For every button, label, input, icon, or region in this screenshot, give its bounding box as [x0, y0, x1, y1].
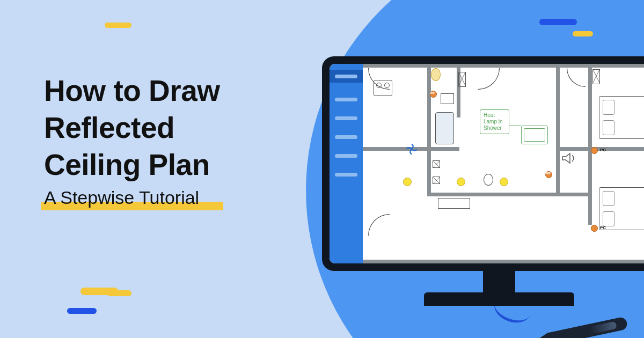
sidebar-item[interactable] [330, 70, 363, 83]
monitor-bezel: PC PC WP WP Heat Lamp in Shower [322, 56, 644, 271]
wp-label: WP [545, 172, 551, 175]
pc-label: PC [600, 148, 606, 152]
door-symbol [368, 214, 390, 236]
title-line-1: How to Draw [44, 72, 220, 109]
cabinet-symbol [458, 72, 466, 87]
monitor-screen: PC PC WP WP Heat Lamp in Shower [330, 64, 644, 263]
dash-decoration [105, 23, 131, 28]
pc-symbol [591, 147, 598, 154]
sidebar-item[interactable] [335, 173, 357, 177]
app-sidebar [330, 64, 363, 263]
wp-label: WP [430, 91, 435, 94]
light-symbol [403, 178, 412, 186]
toilet-symbol [484, 174, 493, 186]
sink-symbol [521, 126, 548, 144]
sidebar-item[interactable] [335, 116, 357, 120]
light-symbol [500, 178, 508, 186]
subtitle: A Stepwise Tutorial [44, 187, 199, 208]
cabinet-symbol [592, 69, 600, 84]
annotation-leader [509, 126, 521, 126]
stove-symbol [374, 80, 392, 96]
dash-decoration [107, 290, 131, 296]
door-symbol [567, 68, 586, 87]
title-block: How to Draw Reflected Ceiling Plan A Ste… [44, 72, 220, 208]
desk-symbol [438, 198, 470, 209]
title-line-2: Reflected [44, 109, 220, 146]
sidebar-item[interactable] [335, 154, 357, 158]
monitor-base [424, 292, 574, 306]
sidebar-item[interactable] [335, 135, 357, 139]
junction-box [433, 177, 440, 184]
speaker-symbol [561, 152, 576, 164]
floorplan-canvas[interactable]: PC PC WP WP Heat Lamp in Shower [363, 64, 644, 263]
junction-box [433, 160, 440, 168]
monitor-stand [483, 271, 515, 292]
fan-symbol [406, 143, 418, 155]
dash-decoration [573, 31, 593, 36]
toilet-symbol [431, 68, 441, 81]
door-symbol [478, 68, 500, 90]
monitor-illustration: PC PC WP WP Heat Lamp in Shower [322, 56, 644, 306]
bed-symbol [599, 96, 644, 139]
dash-decoration [67, 308, 97, 314]
title-line-3: Ceiling Plan [44, 146, 220, 183]
light-symbol [457, 178, 465, 186]
pc-label: PC [600, 225, 606, 230]
pc-symbol [591, 225, 598, 232]
counter-symbol [441, 93, 454, 104]
heat-lamp-annotation: Heat Lamp in Shower [480, 109, 509, 134]
bed-symbol [599, 187, 644, 230]
bathtub-symbol [435, 112, 454, 144]
dash-decoration [539, 19, 577, 25]
sidebar-item[interactable] [335, 98, 357, 101]
